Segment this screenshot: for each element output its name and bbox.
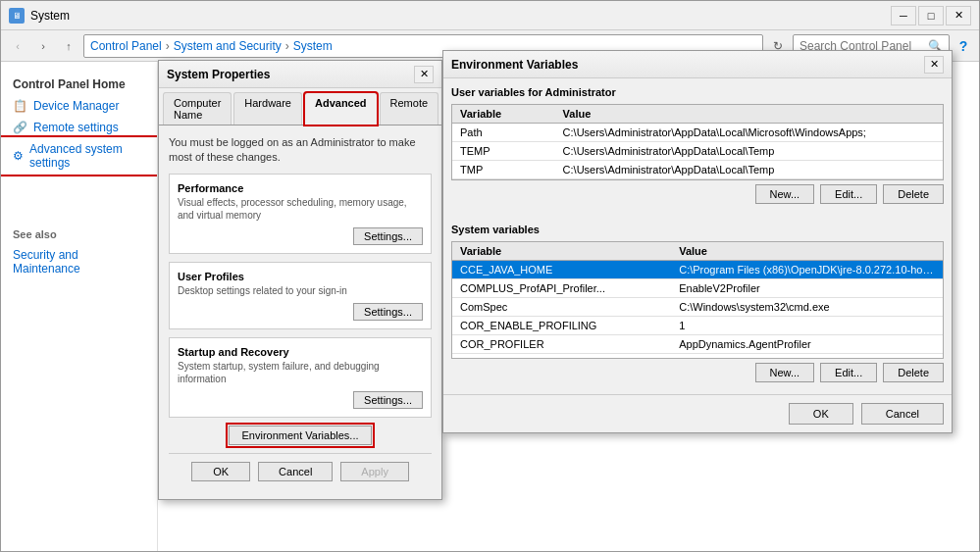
startup-settings-button[interactable]: Settings... (353, 391, 423, 409)
user-profiles-settings-button[interactable]: Settings... (353, 303, 423, 321)
maximize-button[interactable]: □ (918, 6, 944, 25)
system-variables-title: System variables (451, 224, 944, 235)
user-var-col-value: Value (555, 105, 943, 124)
env-dialog-close-button[interactable]: ✕ (924, 56, 944, 74)
env-ok-button[interactable]: OK (789, 403, 853, 425)
dialog-content: You must be logged on as an Administrato… (159, 125, 441, 499)
up-button[interactable]: ↑ (58, 35, 79, 57)
sys-var-col-value: Value (671, 242, 943, 261)
tab-hardware[interactable]: Hardware (233, 92, 302, 125)
sidebar: Control Panel Home 📋 Device Manager 🔗 Re… (1, 62, 158, 551)
env-bottom-buttons: OK Cancel (443, 394, 952, 432)
system-variables-table-container[interactable]: Variable Value CCE_JAVA_HOMEC:\Program F… (451, 241, 944, 359)
security-maintenance-link[interactable]: Security and Maintenance (1, 244, 157, 279)
tab-computer-name[interactable]: Computer Name (163, 92, 232, 125)
env-btn-container: Environment Variables... (169, 426, 432, 445)
window-controls: ─ □ ✕ (891, 6, 971, 25)
user-profiles-title: User Profiles (178, 271, 423, 282)
performance-text: Visual effects, processor scheduling, me… (178, 196, 423, 222)
user-new-button[interactable]: New... (755, 184, 815, 204)
performance-section: Performance Visual effects, processor sc… (169, 174, 432, 254)
system-vars-action-buttons: New... Edit... Delete (451, 359, 944, 386)
user-delete-button[interactable]: Delete (883, 184, 944, 204)
performance-settings-button[interactable]: Settings... (353, 227, 423, 245)
env-dialog-title-bar: Environment Variables ✕ (443, 51, 952, 78)
user-profiles-text: Desktop settings related to your sign-in (178, 284, 423, 297)
forward-button[interactable]: › (32, 35, 54, 57)
sidebar-item-remote-settings[interactable]: 🔗 Remote settings (1, 117, 157, 138)
sys-var-col-variable: Variable (452, 242, 671, 261)
advanced-settings-icon: ⚙ (13, 149, 24, 163)
close-button[interactable]: ✕ (946, 6, 971, 25)
system-new-button[interactable]: New... (755, 363, 815, 382)
user-var-variable: Path (452, 124, 555, 142)
tab-advanced[interactable]: Advanced (304, 92, 378, 125)
sys-var-value: C:\Windows\system32\cmd.exe (671, 298, 943, 317)
window-title: System (30, 9, 70, 23)
user-vars-action-buttons: New... Edit... Delete (451, 180, 944, 208)
sys-var-value: C:\Program Files (x86)\OpenJDK\jre-8.0.2… (671, 261, 943, 279)
sidebar-item-advanced-settings[interactable]: ⚙ Advanced system settings (1, 138, 157, 174)
sys-var-value: AppDynamics.AgentProfiler (671, 335, 943, 354)
system-variables-section: System variables Variable Value CCE_JAVA… (443, 216, 952, 394)
title-bar: 🖥 System ─ □ ✕ (1, 1, 979, 30)
sys-var-value: EnableV2Profiler (671, 279, 943, 298)
user-var-value: C:\Users\Administrator\AppData\Local\Tem… (555, 142, 943, 161)
apply-button[interactable]: Apply (340, 462, 409, 481)
breadcrumb-item-2[interactable]: System and Security (174, 39, 282, 53)
user-var-row[interactable]: TMPC:\Users\Administrator\AppData\Local\… (452, 161, 943, 179)
user-variables-table-container[interactable]: Variable Value PathC:\Users\Administrato… (451, 104, 944, 180)
user-profiles-section: User Profiles Desktop settings related t… (169, 262, 432, 329)
sidebar-item-device-manager[interactable]: 📋 Device Manager (1, 95, 157, 117)
startup-recovery-title: Startup and Recovery (178, 346, 423, 358)
sys-var-row[interactable]: COMPLUS_ProfAPI_Profiler...EnableV2Profi… (452, 279, 943, 298)
sys-var-variable: COMPLUS_ProfAPI_Profiler... (452, 279, 671, 298)
sidebar-label-device-manager: Device Manager (33, 99, 119, 113)
back-button[interactable]: ‹ (7, 35, 28, 57)
tab-bar: Computer Name Hardware Advanced Remote (159, 88, 441, 125)
dialog-description: You must be logged on as an Administrato… (169, 135, 432, 166)
user-var-row[interactable]: PathC:\Users\Administrator\AppData\Local… (452, 124, 943, 142)
system-variables-table: Variable Value CCE_JAVA_HOMEC:\Program F… (452, 242, 943, 359)
sys-var-row[interactable]: ComSpecC:\Windows\system32\cmd.exe (452, 298, 943, 317)
environment-variables-dialog: Environment Variables ✕ User variables f… (442, 50, 953, 433)
sys-var-row[interactable]: CCE_JAVA_HOMEC:\Program Files (x86)\Open… (452, 261, 943, 279)
system-properties-dialog: System Properties ✕ Computer Name Hardwa… (158, 60, 442, 500)
minimize-button[interactable]: ─ (891, 6, 916, 25)
environment-variables-button[interactable]: Environment Variables... (229, 426, 371, 445)
startup-recovery-section: Startup and Recovery System startup, sys… (169, 337, 432, 418)
sys-var-variable: COR_ENABLE_PROFILING (452, 317, 671, 335)
sys-var-value: 1 (671, 317, 943, 335)
cancel-button[interactable]: Cancel (258, 462, 333, 481)
user-var-variable: TMP (452, 161, 555, 179)
sys-var-variable: ComSpec (452, 298, 671, 317)
help-button[interactable]: ? (954, 36, 973, 56)
remote-settings-icon: 🔗 (13, 121, 27, 134)
sys-var-row[interactable]: COR_PROFILERAppDynamics.AgentProfiler (452, 335, 943, 354)
user-var-value: C:\Users\Administrator\AppData\Local\Mic… (555, 124, 943, 142)
sys-var-variable: COR_PROFILER (452, 335, 671, 354)
sys-var-variable: CCE_JAVA_HOME (452, 261, 671, 279)
env-cancel-button[interactable]: Cancel (861, 403, 944, 425)
user-var-value: C:\Users\Administrator\AppData\Local\Tem… (555, 161, 943, 179)
ok-button[interactable]: OK (191, 462, 250, 481)
system-edit-button[interactable]: Edit... (820, 363, 877, 382)
tab-remote[interactable]: Remote (380, 92, 439, 125)
user-edit-button[interactable]: Edit... (820, 184, 877, 204)
see-also-label: See also (1, 213, 157, 244)
sys-var-row[interactable]: COR_ENABLE_PROFILING1 (452, 317, 943, 335)
startup-recovery-text: System startup, system failure, and debu… (178, 360, 423, 385)
breadcrumb-item-3[interactable]: System (293, 39, 333, 53)
system-delete-button[interactable]: Delete (883, 363, 944, 382)
user-var-variable: TEMP (452, 142, 555, 161)
user-var-col-variable: Variable (452, 105, 555, 124)
breadcrumb-item-1[interactable]: Control Panel (90, 39, 162, 53)
dialog-buttons: OK Cancel Apply (169, 453, 432, 489)
sidebar-label-advanced-settings: Advanced system settings (29, 142, 145, 170)
user-variables-table: Variable Value PathC:\Users\Administrato… (452, 105, 943, 179)
dialog-close-button[interactable]: ✕ (414, 66, 434, 83)
user-var-row[interactable]: TEMPC:\Users\Administrator\AppData\Local… (452, 142, 943, 161)
device-manager-icon: 📋 (13, 99, 27, 113)
dialog-title-bar: System Properties ✕ (159, 61, 441, 88)
env-dialog-title-text: Environment Variables (451, 58, 578, 72)
